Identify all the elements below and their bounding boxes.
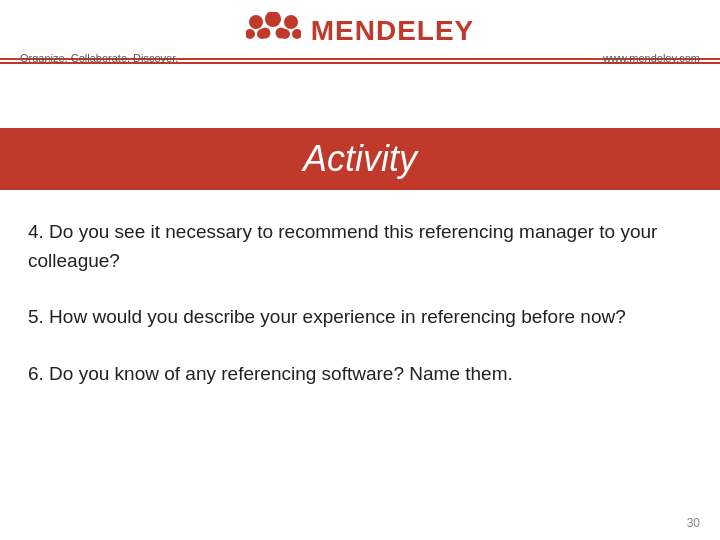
activity-bar: Activity xyxy=(0,128,720,190)
mendeley-logo-icon xyxy=(246,12,301,50)
header-divider xyxy=(0,62,720,64)
svg-point-8 xyxy=(292,29,301,39)
question-6: 6. Do you know of any referencing softwa… xyxy=(28,360,692,389)
svg-point-0 xyxy=(249,15,263,29)
content-area: 4. Do you see it necessary to recommend … xyxy=(0,190,720,436)
header: MENDELEY xyxy=(0,0,720,60)
logo-area: MENDELEY xyxy=(246,12,475,50)
svg-point-3 xyxy=(265,12,281,27)
question-5: 5. How would you describe your experienc… xyxy=(28,303,692,332)
svg-point-1 xyxy=(246,29,255,39)
svg-point-6 xyxy=(284,15,298,29)
question-4: 4. Do you see it necessary to recommend … xyxy=(28,218,692,275)
logo-text: MENDELEY xyxy=(311,15,475,47)
page-number: 30 xyxy=(687,516,700,530)
svg-point-7 xyxy=(280,29,290,39)
activity-title: Activity xyxy=(303,138,417,179)
svg-point-4 xyxy=(259,28,270,39)
